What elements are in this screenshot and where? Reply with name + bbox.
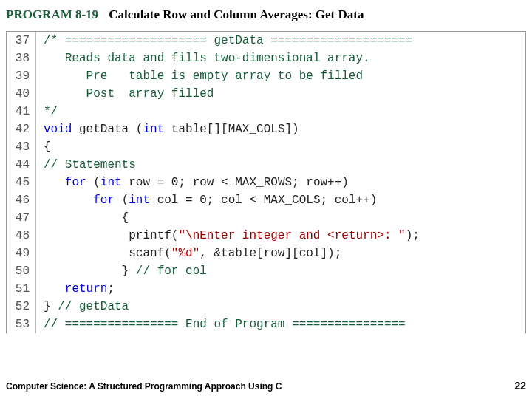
code-line: 43{: [7, 138, 525, 156]
line-number: 38: [7, 50, 36, 67]
program-label: PROGRAM 8-19: [6, 7, 98, 22]
code-line: 44// Statements: [7, 156, 525, 174]
line-number: 48: [7, 227, 36, 245]
code-line: 41*/: [7, 103, 525, 120]
code-line: 51 return;: [7, 280, 525, 298]
slide-header: PROGRAM 8-19 Calculate Row and Column Av…: [0, 0, 532, 31]
code-block: 37/* ==================== getData ======…: [6, 31, 526, 333]
line-number: 51: [7, 280, 36, 298]
code-line: 39 Pre table is empty array to be filled: [7, 67, 525, 85]
code-text: {: [36, 209, 129, 227]
code-text: Pre table is empty array to be filled: [36, 67, 363, 85]
line-number: 37: [7, 32, 36, 50]
slide-title: Calculate Row and Column Averages: Get D…: [109, 7, 364, 22]
line-number: 50: [7, 262, 36, 280]
footer-text: Computer Science: A Structured Programmi…: [6, 381, 282, 392]
code-line: 47 {: [7, 209, 525, 227]
code-text: for (int row = 0; row < MAX_ROWS; row++): [36, 174, 349, 191]
line-number: 52: [7, 298, 36, 316]
line-number: 39: [7, 67, 36, 85]
code-text: Post array filled: [36, 85, 214, 103]
code-text: } // for col: [36, 262, 207, 280]
code-line: 40 Post array filled: [7, 85, 525, 103]
code-line: 50 } // for col: [7, 262, 525, 280]
code-text: } // getData: [36, 298, 129, 316]
line-number: 40: [7, 85, 36, 103]
code-line: 38 Reads data and fills two-dimensional …: [7, 50, 525, 67]
line-number: 46: [7, 191, 36, 209]
code-text: // Statements: [36, 156, 136, 174]
line-number: 53: [7, 316, 36, 333]
code-text: Reads data and fills two-dimensional arr…: [36, 50, 370, 67]
code-line: 53// ================ End of Program ===…: [7, 316, 525, 333]
code-text: // ================ End of Program =====…: [36, 316, 406, 333]
code-text: /* ==================== getData ========…: [36, 32, 412, 50]
line-number: 44: [7, 156, 36, 174]
line-number: 45: [7, 174, 36, 191]
code-line: 52} // getData: [7, 298, 525, 316]
code-line: 37/* ==================== getData ======…: [7, 32, 525, 50]
code-text: scanf("%d", &table[row][col]);: [36, 245, 341, 262]
line-number: 42: [7, 120, 36, 138]
line-number: 47: [7, 209, 36, 227]
page-number: 22: [514, 380, 526, 392]
code-line: 46 for (int col = 0; col < MAX_COLS; col…: [7, 191, 525, 209]
code-text: void getData (int table[][MAX_COLS]): [36, 120, 299, 138]
line-number: 49: [7, 245, 36, 262]
code-line: 48 printf("\nEnter integer and <return>:…: [7, 227, 525, 245]
code-line: 42void getData (int table[][MAX_COLS]): [7, 120, 525, 138]
line-number: 41: [7, 103, 36, 120]
code-text: */: [36, 103, 58, 120]
line-number: 43: [7, 138, 36, 156]
code-text: {: [36, 138, 51, 156]
code-text: printf("\nEnter integer and <return>: ")…: [36, 227, 420, 245]
code-text: for (int col = 0; col < MAX_COLS; col++): [36, 191, 377, 209]
code-line: 45 for (int row = 0; row < MAX_ROWS; row…: [7, 174, 525, 191]
slide-footer: Computer Science: A Structured Programmi…: [6, 380, 526, 392]
code-text: return;: [36, 280, 115, 298]
code-line: 49 scanf("%d", &table[row][col]);: [7, 245, 525, 262]
